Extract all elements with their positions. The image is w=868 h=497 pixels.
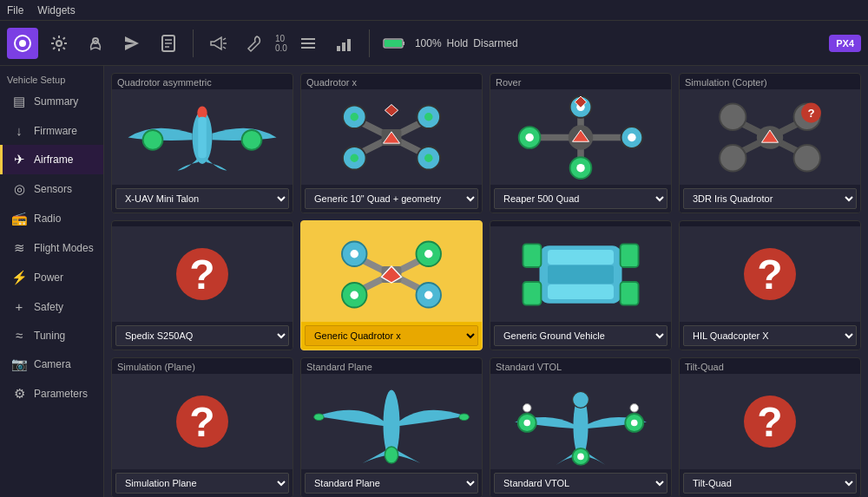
svg-rect-16: [347, 39, 351, 51]
card-category-9: Simulation (Plane): [112, 358, 293, 374]
svg-point-35: [351, 154, 359, 162]
send-icon[interactable]: [116, 28, 148, 59]
svg-point-58: [794, 145, 820, 171]
airframe-card-vtol[interactable]: Standard VTOL: [490, 357, 672, 497]
svg-rect-12: [301, 43, 315, 44]
svg-rect-19: [403, 42, 404, 45]
card-category-1: Quadrotor asymmetric: [112, 74, 293, 89]
home-icon[interactable]: [7, 28, 38, 59]
airframe-icon: ✈: [11, 152, 27, 167]
svg-point-48: [525, 133, 534, 141]
sidebar-item-safety[interactable]: + Safety: [0, 292, 103, 321]
firmware-icon: ↓: [11, 123, 27, 138]
card-image-tilt-quad: ?: [680, 374, 860, 469]
sidebar-item-flight-modes[interactable]: ≋ Flight Modes: [0, 233, 103, 263]
main-layout: Vehicle Setup ▤ Summary ↓ Firmware ✈ Air…: [0, 66, 868, 497]
svg-point-88: [573, 391, 589, 408]
sidebar-label-airframe: Airframe: [34, 154, 73, 166]
sidebar-item-airframe[interactable]: ✈ Airframe: [0, 145, 103, 174]
card-category-10: Standard Plane: [301, 358, 482, 374]
airframe-select-11[interactable]: Standard VTOL: [494, 473, 667, 494]
svg-point-92: [630, 403, 639, 412]
airframe-select-4[interactable]: 3DR Iris Quadrotor: [683, 188, 857, 209]
menubar: File Widgets: [0, 0, 868, 21]
svg-point-83: [314, 414, 324, 421]
airframe-card-hil[interactable]: ? HIL Quadcopter X: [679, 220, 861, 350]
menu-icon[interactable]: [293, 28, 324, 59]
gear-icon[interactable]: [43, 28, 75, 59]
svg-rect-74: [548, 250, 614, 265]
question-icon-5: ?: [176, 248, 228, 300]
airframe-select-3[interactable]: Reaper 500 Quad: [494, 188, 667, 209]
card-footer-2: Generic 10" Quad + geometry Generic Quad…: [301, 185, 482, 213]
airframe-card-talon[interactable]: Quadrotor asymmetric: [111, 73, 293, 213]
wrench-icon[interactable]: [239, 28, 270, 59]
airframe-card-ground[interactable]: Generic Ground Vehicle: [490, 220, 672, 350]
airframe-select-10[interactable]: Standard Plane: [305, 473, 478, 494]
card-category-3: Rover: [490, 74, 671, 89]
sidebar-label-firmware: Firmware: [34, 125, 77, 137]
sidebar-item-firmware[interactable]: ↓ Firmware: [0, 116, 103, 145]
airframe-card-sim-plane[interactable]: Simulation (Plane) ? Simulation Plane: [111, 357, 293, 497]
svg-rect-11: [301, 38, 315, 40]
safety-icon: +: [11, 299, 27, 314]
airframe-card-std-plane[interactable]: Standard Plane: [300, 357, 483, 497]
airframe-select-5[interactable]: Spedix S250AQ: [115, 325, 289, 346]
sidebar-label-tuning: Tuning: [34, 330, 65, 342]
sidebar: Vehicle Setup ▤ Summary ↓ Firmware ✈ Air…: [0, 66, 104, 497]
menu-file[interactable]: File: [7, 4, 23, 16]
sidebar-item-tuning[interactable]: ≈ Tuning: [0, 321, 103, 350]
svg-point-69: [351, 250, 359, 258]
svg-point-72: [424, 291, 433, 299]
airframe-card-tilt-quad[interactable]: Tilt-Quad ? Tilt-Quad: [679, 357, 861, 497]
airframe-select-7[interactable]: Generic Ground Vehicle: [494, 325, 667, 346]
card-footer-4: 3DR Iris Quadrotor: [680, 185, 860, 213]
airframe-card-spedix[interactable]: ? Spedix S250AQ: [111, 220, 293, 350]
sidebar-item-power[interactable]: ⚡ Power: [0, 263, 103, 292]
svg-line-8: [223, 38, 226, 40]
sidebar-label-power: Power: [34, 271, 63, 284]
card-footer-9: Simulation Plane: [112, 469, 293, 497]
divider-2: [369, 29, 370, 57]
sidebar-label-flight-modes: Flight Modes: [34, 242, 94, 254]
sidebar-label-sensors: Sensors: [34, 183, 72, 195]
airframe-select-12[interactable]: Tilt-Quad: [683, 473, 857, 494]
card-image-generic-quad: [301, 226, 482, 322]
airframe-select-2[interactable]: Generic 10" Quad + geometry Generic Quad…: [305, 188, 478, 209]
card-footer-6: Generic Quadrotor x: [301, 322, 482, 350]
radio-icon: 📻: [11, 211, 27, 226]
card-footer-11: Standard VTOL: [490, 469, 671, 497]
airframe-select-1[interactable]: X-UAV Mini Talon Mini Talon: [115, 188, 289, 209]
sidebar-section-label: Vehicle Setup: [0, 69, 103, 87]
svg-rect-15: [342, 43, 345, 51]
question-icon-9: ?: [176, 396, 228, 448]
airframe-card-iris[interactable]: Simulation (Copter): [679, 73, 861, 213]
card-image-spedix: ?: [112, 226, 293, 322]
bars-icon[interactable]: [329, 28, 360, 59]
airframe-card-quad10[interactable]: Quadrotor x: [300, 73, 483, 213]
airframe-select-6[interactable]: Generic Quadrotor x: [305, 325, 478, 346]
card-image-vtol: [490, 374, 671, 469]
sidebar-item-summary[interactable]: ▤ Summary: [0, 87, 103, 116]
airframe-select-9[interactable]: Simulation Plane: [115, 473, 289, 494]
airframe-grid: Quadrotor asymmetric: [111, 73, 861, 497]
airframe-card-generic-quad[interactable]: Generic Quadrotor x: [300, 220, 483, 350]
sidebar-item-sensors[interactable]: ◎ Sensors: [0, 174, 103, 204]
svg-rect-24: [198, 116, 207, 158]
hold-label: Hold: [447, 37, 469, 49]
document-icon[interactable]: [153, 28, 184, 59]
menu-widgets[interactable]: Widgets: [37, 4, 75, 16]
sidebar-label-parameters: Parameters: [34, 388, 88, 400]
svg-point-55: [720, 103, 746, 129]
map-pin-icon[interactable]: [80, 28, 111, 59]
sidebar-item-parameters[interactable]: ⚙ Parameters: [0, 379, 103, 409]
sidebar-item-camera[interactable]: 📷 Camera: [0, 350, 103, 379]
svg-point-1: [19, 40, 26, 47]
svg-point-34: [424, 113, 433, 121]
airframe-card-reaper[interactable]: Rover: [490, 73, 672, 213]
svg-rect-79: [523, 282, 542, 305]
sidebar-item-radio[interactable]: 📻 Radio: [0, 204, 103, 233]
svg-point-89: [523, 419, 530, 426]
airframe-select-8[interactable]: HIL Quadcopter X: [683, 325, 857, 346]
megaphone-icon[interactable]: [202, 28, 233, 59]
